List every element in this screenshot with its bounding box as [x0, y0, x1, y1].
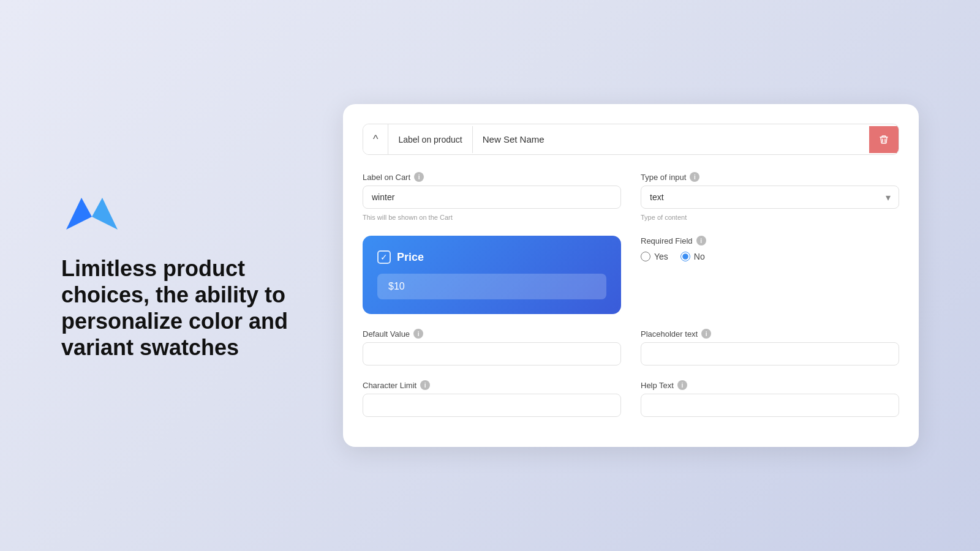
- placeholder-text-group: Placeholder text i: [641, 329, 899, 365]
- type-of-input-select-wrapper: text number email textarea: [641, 186, 899, 209]
- required-field-info-icon[interactable]: i: [696, 236, 706, 246]
- required-no-radio[interactable]: [680, 252, 690, 261]
- default-value-info-icon[interactable]: i: [413, 329, 423, 339]
- character-limit-info-icon[interactable]: i: [420, 380, 430, 390]
- required-no-option[interactable]: No: [680, 252, 705, 261]
- label-on-cart-label: Label on Cart i: [363, 172, 621, 182]
- placeholder-text-input[interactable]: [641, 342, 899, 365]
- help-text-group: Help Text i: [641, 380, 899, 417]
- preview-card-title: Price: [397, 251, 424, 264]
- default-value-group: Default Value i: [363, 329, 621, 365]
- character-limit-label: Character Limit i: [363, 380, 621, 390]
- preview-card-group: ✓ Price $10: [363, 236, 621, 314]
- character-limit-group: Character Limit i: [363, 380, 621, 417]
- required-no-label: No: [694, 252, 705, 261]
- placeholder-text-info-icon[interactable]: i: [701, 329, 711, 339]
- default-value-input[interactable]: [363, 342, 621, 365]
- required-field-group: Required Field i Yes No: [641, 236, 899, 314]
- type-of-input-hint: Type of content: [641, 214, 899, 221]
- help-text-info-icon[interactable]: i: [677, 380, 687, 390]
- required-field-radio-group: Yes No: [641, 252, 899, 261]
- type-of-input-select[interactable]: text number email textarea: [641, 186, 899, 209]
- label-on-product-text: Label on product: [388, 126, 472, 153]
- preview-checkbox-icon: ✓: [377, 250, 391, 264]
- required-yes-label: Yes: [654, 252, 668, 261]
- required-yes-radio[interactable]: [641, 252, 650, 261]
- type-of-input-info-icon[interactable]: i: [690, 172, 699, 182]
- form-grid: Label on Cart i This will be shown on th…: [363, 172, 899, 417]
- help-text-input[interactable]: [641, 394, 899, 417]
- preview-card: ✓ Price $10: [363, 236, 621, 314]
- required-yes-option[interactable]: Yes: [641, 252, 668, 261]
- logo-icon: [61, 190, 123, 233]
- chevron-up-icon: ^: [373, 133, 378, 146]
- set-name-input[interactable]: [473, 126, 869, 153]
- default-value-label: Default Value i: [363, 329, 621, 339]
- label-on-cart-hint: This will be shown on the Cart: [363, 214, 621, 221]
- label-on-cart-info-icon[interactable]: i: [414, 172, 424, 182]
- preview-card-value: $10: [377, 274, 606, 299]
- character-limit-input[interactable]: [363, 394, 621, 417]
- placeholder-text-label: Placeholder text i: [641, 329, 899, 339]
- main-card: ^ Label on product Label on Cart i This …: [343, 104, 919, 447]
- collapse-button[interactable]: ^: [363, 124, 388, 154]
- label-on-cart-group: Label on Cart i This will be shown on th…: [363, 172, 621, 221]
- help-text-label: Help Text i: [641, 380, 899, 390]
- type-of-input-label: Type of input i: [641, 172, 899, 182]
- label-on-cart-input[interactable]: [363, 186, 621, 209]
- trash-icon: [879, 135, 889, 144]
- logo: [61, 190, 294, 236]
- delete-button[interactable]: [869, 126, 899, 153]
- tagline: Limitless product choices, the ability t…: [61, 255, 294, 361]
- required-field-label: Required Field i: [641, 236, 899, 246]
- left-panel: Limitless product choices, the ability t…: [61, 190, 294, 361]
- preview-card-header: ✓ Price: [377, 250, 606, 264]
- card-header: ^ Label on product: [363, 124, 899, 155]
- type-of-input-group: Type of input i text number email textar…: [641, 172, 899, 221]
